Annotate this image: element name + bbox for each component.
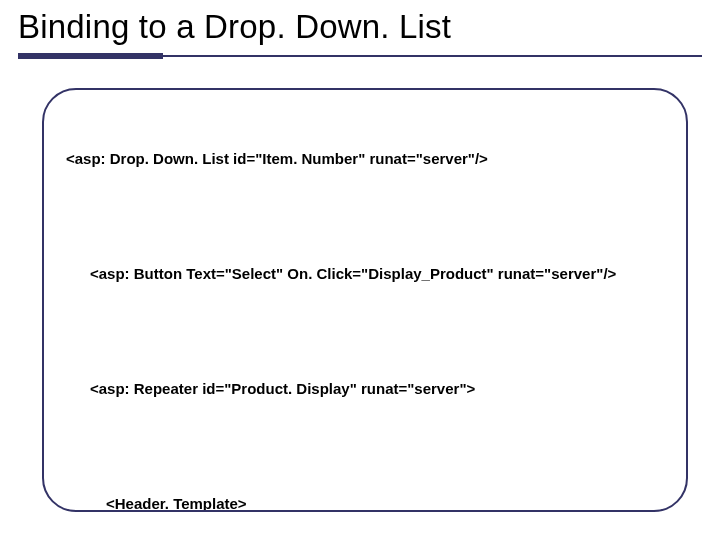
underline-thick bbox=[18, 53, 163, 59]
code-line: <asp: Button Text="Select" On. Click="Di… bbox=[66, 264, 664, 284]
underline-thin bbox=[163, 55, 702, 57]
title-bar: Binding to a Drop. Down. List bbox=[0, 0, 720, 60]
slide-title: Binding to a Drop. Down. List bbox=[18, 8, 702, 46]
content-box: <asp: Drop. Down. List id="Item. Number"… bbox=[42, 88, 688, 512]
code-line: <asp: Repeater id="Product. Display" run… bbox=[66, 379, 664, 399]
code-line: <asp: Drop. Down. List id="Item. Number"… bbox=[66, 149, 664, 169]
title-underline bbox=[18, 52, 702, 60]
code-block: <asp: Drop. Down. List id="Item. Number"… bbox=[66, 108, 664, 512]
slide: Binding to a Drop. Down. List <asp: Drop… bbox=[0, 0, 720, 540]
code-line: <Header. Template> bbox=[66, 494, 664, 512]
